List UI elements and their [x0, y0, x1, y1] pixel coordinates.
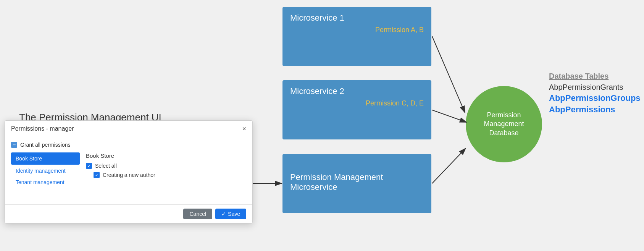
microservice-1-title: Microservice 1	[290, 13, 424, 23]
db-table-bold-2: AbpPermissions	[549, 105, 641, 115]
circle-label: PermissionManagementDatabase	[484, 111, 524, 138]
db-table-bold-1: AbpPermissionGroups	[549, 93, 641, 103]
sidebar-item-tenant[interactable]: Tenant management	[11, 177, 80, 188]
save-checkmark-icon: ✓	[221, 211, 226, 217]
creating-author-label: Creating a new author	[103, 172, 155, 178]
modal-header: Permissions - manager ×	[5, 121, 252, 137]
database-tables-section: Database Tables AbpPermissionGrants AbpP…	[549, 72, 641, 116]
svg-line-1	[432, 36, 465, 113]
sidebar-item-bookstore[interactable]: Book Store	[11, 152, 80, 165]
select-all-label: Select all	[95, 163, 117, 169]
modal-footer: Cancel ✓ Save	[5, 204, 252, 223]
select-all-row: Select all	[86, 163, 240, 169]
select-all-checkbox[interactable]	[86, 163, 92, 169]
svg-line-2	[432, 110, 466, 122]
modal-sidebar: Book Store Identity management Tenant ma…	[11, 152, 80, 188]
modal-content-row: Book Store Identity management Tenant ma…	[11, 152, 246, 188]
grant-all-label: Grant all permissions	[20, 142, 71, 148]
microservice-1-permissions: Permission A, B	[375, 26, 424, 34]
creating-author-row: Creating a new author	[86, 172, 240, 178]
permission-management-circle: PermissionManagementDatabase	[466, 86, 542, 162]
svg-line-3	[432, 148, 466, 183]
microservice-2-permissions: Permission C, D, E	[366, 99, 424, 107]
grant-all-checkbox[interactable]	[11, 142, 17, 148]
grant-all-row: Grant all permissions	[11, 142, 246, 148]
db-table-normal-1: AbpPermissionGrants	[549, 83, 641, 92]
modal-right-title: Book Store	[86, 152, 240, 159]
modal-body: Grant all permissions Book Store Identit…	[5, 137, 252, 193]
save-button[interactable]: ✓ Save	[215, 209, 246, 219]
microservice-2-box: Microservice 2 Permission C, D, E	[282, 80, 431, 139]
save-label: Save	[228, 211, 240, 217]
cancel-button[interactable]: Cancel	[183, 209, 212, 219]
sidebar-item-identity[interactable]: Identity management	[11, 165, 80, 176]
microservice-3-title: Permission Management Microservice	[290, 172, 424, 192]
creating-author-checkbox[interactable]	[94, 172, 100, 178]
microservice-1-box: Microservice 1 Permission A, B	[282, 7, 431, 66]
modal-right-panel: Book Store Select all Creating a new aut…	[80, 152, 246, 188]
microservice-2-title: Microservice 2	[290, 86, 424, 96]
modal-close-button[interactable]: ×	[242, 125, 246, 132]
permissions-modal: Permissions - manager × Grant all permis…	[5, 120, 253, 223]
modal-title: Permissions - manager	[11, 125, 74, 132]
microservice-3-box: Permission Management Microservice	[282, 154, 431, 213]
db-tables-title: Database Tables	[549, 72, 641, 81]
